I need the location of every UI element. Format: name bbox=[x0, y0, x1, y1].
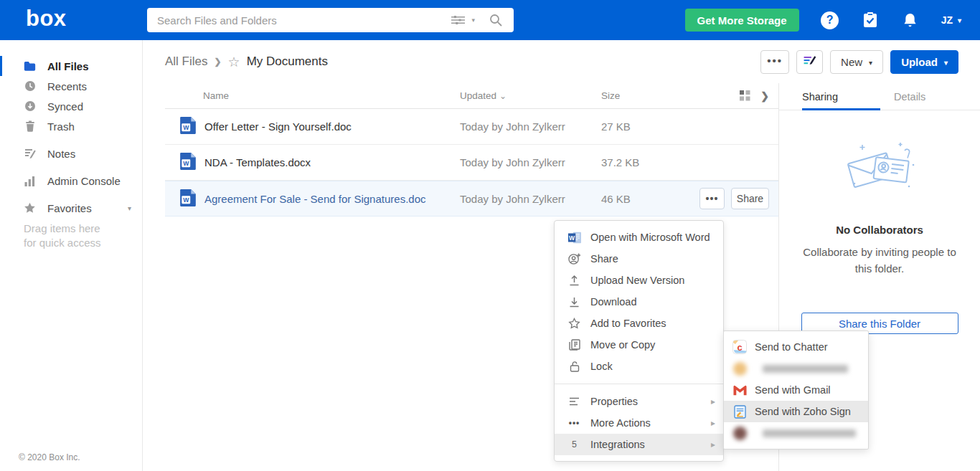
user-caret-icon: ▾ bbox=[958, 16, 961, 24]
lock-icon bbox=[567, 361, 581, 372]
list-lines-icon bbox=[567, 397, 581, 406]
sidebar-item-admin-console[interactable]: Admin Console bbox=[0, 171, 142, 191]
gmail-icon bbox=[732, 383, 747, 397]
filter-caret-icon[interactable]: ▾ bbox=[471, 16, 475, 24]
breadcrumb-chevron-icon: ❯ bbox=[215, 57, 222, 67]
collaborators-empty-illustration bbox=[839, 184, 920, 196]
redacted-maroon-icon bbox=[732, 426, 747, 440]
menu-item-label: Share bbox=[590, 253, 618, 265]
submenu-item-redacted[interactable] bbox=[724, 422, 868, 444]
ellipsis-icon: ••• bbox=[767, 54, 783, 67]
sidebar-item-synced[interactable]: Synced bbox=[0, 96, 142, 116]
upload-button-label: Upload bbox=[901, 56, 938, 68]
redacted-orange-icon bbox=[732, 361, 747, 376]
sidebar-item-trash[interactable]: Trash bbox=[0, 116, 142, 136]
row-options-button[interactable]: ••• bbox=[699, 188, 725, 209]
breadcrumb-all-files[interactable]: All Files bbox=[165, 54, 208, 69]
file-updated: Today by John Zylkerr bbox=[460, 120, 601, 133]
sidebar-item-label: Trash bbox=[47, 120, 75, 133]
search-icon[interactable] bbox=[486, 11, 505, 29]
favorites-hint: Drag items here for quick access bbox=[0, 218, 142, 251]
sidebar-item-favorites[interactable]: Favorites ▾ bbox=[0, 198, 142, 218]
sidebar-item-all-files[interactable]: All Files bbox=[0, 56, 142, 76]
submenu-item-label: Send with Gmail bbox=[755, 384, 831, 396]
file-size: 46 KB bbox=[601, 193, 699, 205]
copy-icon bbox=[567, 339, 581, 351]
submenu-item-send-with-gmail[interactable]: Send with Gmail bbox=[724, 379, 868, 401]
redacted-label-bar bbox=[763, 429, 856, 437]
sidebar: All Files Recents Synced Trash Notes bbox=[0, 40, 143, 471]
menu-item-lock[interactable]: Lock bbox=[555, 356, 723, 377]
sidebar-item-label: Synced bbox=[47, 100, 83, 113]
copyright-text: © 2020 Box Inc. bbox=[19, 452, 80, 462]
menu-item-properties[interactable]: Properties ▸ bbox=[555, 391, 723, 412]
table-row[interactable]: W NDA - Templates.docx Today by John Zyl… bbox=[165, 145, 778, 181]
caret-down-icon: ▾ bbox=[944, 59, 948, 67]
menu-item-label: Add to Favorites bbox=[590, 318, 666, 329]
menu-item-label: Download bbox=[590, 296, 637, 308]
zoho-sign-icon bbox=[732, 404, 747, 419]
menu-item-label: More Actions bbox=[590, 417, 651, 429]
upload-button[interactable]: Upload ▾ bbox=[890, 50, 958, 74]
menu-item-label: Properties bbox=[590, 396, 638, 407]
new-button[interactable]: New ▾ bbox=[830, 50, 883, 74]
column-header-updated[interactable]: Updated⌄ bbox=[460, 90, 601, 101]
table-row[interactable]: W Offer Letter - Sign Yourself.doc Today… bbox=[165, 109, 778, 145]
submenu-item-send-to-chatter[interactable]: c Send to Chatter bbox=[724, 336, 868, 358]
sidebar-item-label: Recents bbox=[47, 80, 87, 92]
word-icon: W bbox=[567, 232, 581, 244]
svg-text:W: W bbox=[183, 124, 189, 131]
file-name[interactable]: Agreement For Sale - Send for Signatures… bbox=[204, 193, 426, 205]
submenu-item-label: Send with Zoho Sign bbox=[755, 406, 851, 417]
column-header-size[interactable]: Size bbox=[601, 90, 699, 101]
menu-item-label: Move or Copy bbox=[590, 339, 655, 351]
search-input[interactable] bbox=[156, 14, 448, 27]
menu-item-add-to-favorites[interactable]: Add to Favorites bbox=[555, 313, 723, 334]
sidebar-item-recents[interactable]: Recents bbox=[0, 76, 142, 96]
search-filter-icon[interactable] bbox=[448, 11, 467, 29]
menu-item-download[interactable]: Download bbox=[555, 291, 723, 313]
file-updated: Today by John Zylkerr bbox=[460, 193, 601, 205]
no-collaborators-title: No Collaborators bbox=[779, 224, 980, 236]
tab-sharing[interactable]: Sharing bbox=[802, 83, 880, 110]
sidebar-item-notes[interactable]: Notes bbox=[0, 143, 142, 163]
grid-view-icon[interactable] bbox=[740, 90, 750, 101]
notifications-bell-icon[interactable] bbox=[901, 11, 920, 29]
menu-item-more-actions[interactable]: ••• More Actions ▸ bbox=[555, 412, 723, 434]
sidebar-item-label: Favorites bbox=[47, 202, 92, 214]
submenu-item-send-with-zoho-sign[interactable]: Send with Zoho Sign bbox=[724, 401, 868, 422]
menu-item-move-or-copy[interactable]: Move or Copy bbox=[555, 334, 723, 356]
get-more-storage-button[interactable]: Get More Storage bbox=[685, 9, 799, 32]
box-logo[interactable]: box bbox=[26, 6, 67, 32]
sidebar-item-label: All Files bbox=[47, 60, 89, 72]
collapse-panel-icon[interactable]: ❯ bbox=[760, 90, 769, 102]
menu-item-open-with-word[interactable]: W Open with Microsoft Word bbox=[555, 227, 723, 248]
favorites-collapse-icon[interactable]: ▾ bbox=[128, 204, 131, 212]
sidebar-item-label: Notes bbox=[47, 148, 75, 160]
user-menu[interactable]: JZ ▾ bbox=[941, 14, 961, 26]
column-header-name[interactable]: Name bbox=[165, 90, 460, 101]
person-add-icon bbox=[567, 252, 581, 265]
tasks-clipboard-icon[interactable] bbox=[861, 11, 880, 29]
file-name[interactable]: NDA - Templates.docx bbox=[204, 156, 311, 168]
menu-item-integrations[interactable]: 5 Integrations ▸ bbox=[555, 434, 723, 455]
file-name[interactable]: Offer Letter - Sign Yourself.doc bbox=[204, 120, 352, 133]
user-initials: JZ bbox=[941, 14, 953, 26]
row-share-button[interactable]: Share bbox=[731, 188, 769, 209]
topbar: box ▾ Get More Storage ? bbox=[0, 0, 980, 40]
trash-icon bbox=[24, 120, 36, 132]
integrations-count-badge: 5 bbox=[567, 439, 581, 449]
notes-icon bbox=[24, 148, 36, 159]
sync-icon bbox=[24, 100, 36, 112]
search-bar[interactable]: ▾ bbox=[147, 8, 514, 32]
chatter-icon: c bbox=[732, 340, 747, 354]
submenu-item-redacted[interactable] bbox=[724, 358, 868, 379]
tab-details[interactable]: Details bbox=[894, 83, 925, 110]
folder-options-button[interactable]: ••• bbox=[760, 50, 789, 74]
create-note-button[interactable] bbox=[796, 50, 823, 74]
table-row-selected[interactable]: W Agreement For Sale - Send for Signatur… bbox=[165, 181, 778, 217]
help-icon[interactable]: ? bbox=[821, 11, 839, 29]
menu-item-upload-new-version[interactable]: Upload New Version bbox=[555, 270, 723, 291]
menu-item-share[interactable]: Share bbox=[555, 248, 723, 270]
favorite-star-icon[interactable]: ☆ bbox=[228, 55, 240, 69]
